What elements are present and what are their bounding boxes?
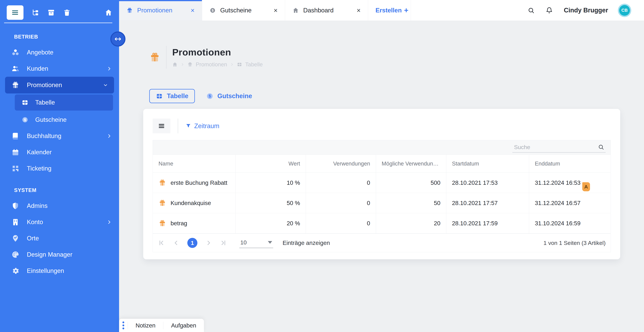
sidebar-subitem-gutscheine[interactable]: Gutscheine [0, 112, 119, 128]
column-header-enddatum[interactable]: Enddatum [529, 155, 611, 172]
name-cell: betrag [153, 213, 236, 233]
breadcrumb-item[interactable]: Promotionen [196, 61, 227, 68]
next-page-icon[interactable] [205, 239, 212, 246]
sidebar-item-label: Buchhaltung [27, 133, 62, 140]
wert-cell: 50 % [236, 193, 306, 213]
home-icon[interactable] [172, 62, 178, 67]
sidebar-item-kalender[interactable]: Kalender [0, 144, 119, 160]
map-pin-icon [12, 234, 20, 242]
sidebar-item-label: Admins [27, 202, 48, 209]
page-size-select[interactable]: 10 [239, 238, 273, 248]
current-page-button[interactable]: 1 [187, 238, 198, 248]
tab-label: Dashboard [303, 7, 334, 14]
search-field [512, 142, 606, 153]
previous-page-icon[interactable] [172, 239, 180, 246]
column-header-moegliche-verwendungen[interactable]: Mögliche Verwendun… [376, 155, 446, 172]
table-row[interactable]: Kundenakquise 50 % 0 50 28.10.2021 17:57… [153, 193, 611, 213]
sidebar-item-label: Kunden [27, 65, 48, 72]
view-tab-label: Gutscheine [217, 92, 252, 100]
last-page-icon[interactable] [220, 239, 227, 246]
search-icon[interactable] [528, 7, 535, 14]
sidebar-item-orte[interactable]: Orte [0, 230, 119, 246]
coin-icon [22, 116, 28, 123]
sidebar-item-buchhaltung[interactable]: Buchhaltung [0, 128, 119, 144]
columns-menu-button[interactable] [152, 119, 170, 133]
column-header-name[interactable]: Name [153, 155, 236, 172]
search-icon[interactable] [598, 144, 604, 150]
chevron-right-icon [107, 134, 112, 139]
data-table: Name Wert Verwendungen Mögliche Verwendu… [152, 155, 611, 252]
topbar-actions: Cindy Brugger CB [528, 0, 644, 21]
dock-item-aufgaben[interactable]: Aufgaben [163, 322, 204, 329]
wert-cell: 20 % [236, 213, 306, 233]
view-tab-gutscheine[interactable]: Gutscheine [206, 92, 252, 100]
dock-item-notizen[interactable]: Notizen [128, 322, 163, 329]
name-cell: Kundenakquise [153, 193, 236, 213]
wert-cell: 10 % [236, 173, 306, 193]
sidebar-item-label: Orte [27, 235, 39, 242]
table-search-band [152, 140, 611, 155]
table-row[interactable]: betrag 20 % 0 20 28.10.2021 17:59 31.10.… [153, 213, 611, 233]
column-header-startdatum[interactable]: Startdatum [446, 155, 529, 172]
table-row[interactable]: erste Buchung Rabatt 10 % 0 500 28.10.20… [153, 173, 611, 193]
sidebar-resize-handle[interactable] [110, 31, 126, 47]
close-icon[interactable]: × [357, 7, 360, 14]
breadcrumb: Promotionen Tabelle [172, 61, 263, 68]
plus-icon: + [404, 7, 408, 14]
page-title: Promotionen [172, 47, 263, 58]
gift-icon [158, 179, 166, 187]
sidebar-item-angebote[interactable]: Angebote [0, 44, 119, 60]
dock-handle-icon[interactable] [119, 322, 128, 329]
home-icon [292, 7, 299, 13]
page-size-value: 10 [240, 239, 247, 246]
bell-icon[interactable] [546, 7, 553, 14]
close-icon[interactable]: × [274, 7, 278, 14]
enddatum-cell: 31.10.2024 16:59 [529, 213, 611, 233]
sidebar-item-konto[interactable]: Konto [0, 214, 119, 230]
name-cell: erste Buchung Rabatt [153, 173, 236, 193]
tab-promotionen[interactable]: Promotionen × [119, 0, 202, 21]
pagination-summary: 1 von 1 Seiten (3 Artikel) [544, 240, 606, 246]
home-icon[interactable] [105, 9, 112, 16]
sidebar-menu-button[interactable] [7, 5, 24, 20]
coin-icon [210, 7, 216, 13]
avatar[interactable]: CB [619, 5, 630, 16]
enddatum-cell: 31.12.2024 16:57 [529, 193, 611, 213]
sidebar-subitem-tabelle[interactable]: Tabelle [15, 94, 113, 111]
filter-label: Zeitraum [194, 123, 219, 130]
coin-icon [206, 92, 214, 100]
sidebar-item-kunden[interactable]: Kunden [0, 60, 119, 77]
startdatum-cell: 28.10.2021 17:59 [446, 213, 529, 233]
gear-icon [12, 267, 20, 275]
sidebar-item-admins[interactable]: Admins [0, 198, 119, 214]
tab-gutscheine[interactable]: Gutscheine × [202, 0, 285, 21]
column-header-verwendungen[interactable]: Verwendungen [306, 155, 376, 172]
tab-strip: Promotionen × Gutscheine × Dashboard × E… [119, 0, 411, 21]
column-header-wert[interactable]: Wert [236, 155, 306, 172]
user-name[interactable]: Cindy Brugger [564, 7, 608, 14]
palette-icon [12, 251, 20, 259]
trash-icon[interactable] [63, 9, 71, 16]
view-tab-tabelle[interactable]: Tabelle [149, 89, 195, 103]
moegliche-verwendungen-cell: 50 [376, 193, 446, 213]
archive-icon[interactable] [47, 9, 55, 16]
arrow-left-right-icon [114, 35, 122, 43]
sidebar-item-einstellungen[interactable]: Einstellungen [0, 263, 119, 279]
tab-label: Promotionen [137, 7, 172, 14]
sidebar-item-ticketing[interactable]: Ticketing [0, 160, 119, 176]
first-page-icon[interactable] [158, 239, 165, 246]
sitemap-icon[interactable] [32, 9, 39, 16]
sidebar-header [0, 0, 119, 25]
tab-dashboard[interactable]: Dashboard × [285, 0, 368, 21]
view-tab-label: Tabelle [167, 92, 188, 100]
sidebar-item-design-manager[interactable]: Design Manager [0, 246, 119, 263]
tab-erstellen[interactable]: Erstellen + [368, 0, 411, 21]
sidebar-section-system: SYSTEM [0, 187, 119, 193]
table-icon [237, 62, 242, 67]
zeitraum-filter-button[interactable]: Zeitraum [186, 123, 219, 130]
chevron-right-icon [107, 220, 112, 225]
pagination-bar: 1 10 Einträge anzeigen 1 von 1 Seiten (3… [153, 233, 611, 252]
sidebar-item-promotionen[interactable]: Promotionen [5, 77, 114, 93]
search-input[interactable] [514, 144, 598, 151]
close-icon[interactable]: × [191, 7, 194, 14]
